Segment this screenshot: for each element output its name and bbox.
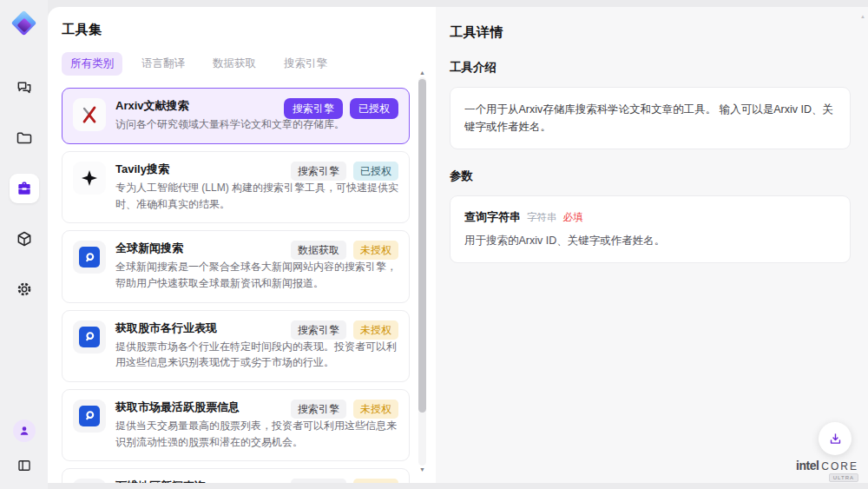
- sidebar: [0, 0, 48, 489]
- param-name: 查询字符串: [464, 209, 521, 225]
- scroll-up-icon[interactable]: ▲: [419, 69, 425, 77]
- collapse-panel-icon[interactable]: [11, 453, 37, 479]
- tool-category-badge: 搜索引擎: [291, 479, 346, 483]
- param-card: 查询字符串 字符串 必填 用于搜索的Arxiv ID、关键字或作者姓名。: [450, 195, 851, 263]
- main-panel: 工具集 所有类别语言翻译数据获取搜索引擎 Arxiv文献搜索 访问各个研究领域大…: [48, 7, 868, 483]
- brand-ultra-badge: ultra: [829, 473, 858, 482]
- list-scrollbar[interactable]: ▲ ▼: [417, 69, 428, 474]
- param-required-flag: 必填: [563, 211, 583, 224]
- tool-auth-badge: 未授权: [353, 241, 398, 260]
- tool-auth-badge: 未授权: [353, 320, 398, 340]
- app-window: 工具集 所有类别语言翻译数据获取搜索引擎 Arxiv文献搜索 访问各个研究领域大…: [0, 0, 868, 489]
- tool-card[interactable]: 万维地区新闻查询 查询具体行政区划内的新闻，快速了解各地新闻动 搜索引擎 未授权: [62, 468, 410, 483]
- tab-3[interactable]: 搜索引擎: [275, 52, 336, 76]
- tool-category-badge: 搜索引擎: [284, 98, 343, 119]
- tool-auth-badge: 未授权: [353, 400, 398, 419]
- tab-0[interactable]: 所有类别: [62, 52, 122, 76]
- user-avatar-icon[interactable]: [13, 420, 36, 442]
- gear-icon[interactable]: [10, 274, 39, 304]
- news-search-icon: [79, 406, 100, 426]
- tool-category-badge: 数据获取: [291, 241, 346, 260]
- tool-list: Arxiv文献搜索 访问各个研究领域大量科学论文和文章的存储库。 搜索引擎 已授…: [62, 88, 410, 483]
- download-icon: [828, 432, 843, 446]
- tool-category-badge: 搜索引擎: [291, 320, 346, 340]
- tool-category-badge: 搜索引擎: [291, 162, 346, 181]
- tab-1[interactable]: 语言翻译: [133, 52, 194, 76]
- news-search-icon: [79, 327, 100, 347]
- tool-auth-badge: 未授权: [353, 479, 398, 483]
- sidebar-bottom: [11, 420, 37, 479]
- tool-card[interactable]: 全球新闻搜索 全球新闻搜索是一个聚合全球各大新闻网站内容的搜索引擎，帮助用户快速…: [62, 230, 410, 302]
- brand-intel: intel: [796, 459, 819, 472]
- tool-detail-panel: 工具详情 工具介绍 一个用于从Arxiv存储库搜索科学论文和文章的工具。 输入可…: [436, 7, 868, 483]
- intro-heading: 工具介绍: [450, 60, 851, 76]
- brand-core: core: [821, 460, 858, 472]
- tool-card[interactable]: 获取市场最活跃股票信息 提供当天交易量最高的股票列表，投资者可以利用这些信息来识…: [62, 389, 410, 461]
- intro-text: 一个用于从Arxiv存储库搜索科学论文和文章的工具。 输入可以是Arxiv ID…: [464, 101, 836, 135]
- arxiv-icon: [78, 103, 101, 126]
- tool-description: 专为人工智能代理 (LLM) 构建的搜索引擎工具，可快速提供实时、准确和真实的结…: [115, 180, 398, 212]
- scroll-down-icon[interactable]: ▼: [419, 466, 425, 474]
- tavily-icon: [79, 168, 100, 188]
- tool-card[interactable]: 获取股市各行业表现 提供股票市场各个行业在特定时间段内的表现。投资者可以利用这些…: [62, 310, 410, 382]
- tab-2[interactable]: 数据获取: [204, 52, 265, 76]
- chat-icon[interactable]: [10, 73, 39, 102]
- param-description: 用于搜索的Arxiv ID、关键字或作者姓名。: [464, 233, 836, 249]
- tool-auth-badge: 已授权: [350, 98, 398, 119]
- sidebar-nav: [10, 73, 39, 304]
- param-type: 字符串: [527, 211, 557, 224]
- params-heading: 参数: [450, 169, 851, 184]
- tool-auth-badge: 已授权: [353, 162, 398, 181]
- tool-list-panel: 工具集 所有类别语言翻译数据获取搜索引擎 Arxiv文献搜索 访问各个研究领域大…: [48, 7, 436, 483]
- tool-description: 提供股票市场各个行业在特定时间段内的表现。投资者可以利用这些信息来识别表现优于或…: [115, 339, 398, 371]
- category-tabs: 所有类别语言翻译数据获取搜索引擎: [62, 52, 410, 76]
- param-header: 查询字符串 字符串 必填: [464, 209, 836, 225]
- cube-icon[interactable]: [10, 224, 39, 254]
- download-button[interactable]: [819, 422, 852, 455]
- intel-core-logo: intel core ultra: [796, 459, 858, 482]
- tool-category-badge: 搜索引擎: [291, 400, 346, 419]
- detail-scroll-hint-icon: ▲: [860, 14, 865, 19]
- intro-card: 一个用于从Arxiv存储库搜索科学论文和文章的工具。 输入可以是Arxiv ID…: [450, 87, 851, 149]
- detail-title: 工具详情: [450, 24, 851, 41]
- scrollbar-track[interactable]: [418, 77, 426, 466]
- page-title: 工具集: [62, 22, 410, 38]
- news-search-icon: [79, 247, 100, 268]
- tool-description: 全球新闻搜索是一个聚合全球各大新闻网站内容的搜索引擎，帮助用户快速获取全球最新资…: [115, 259, 398, 291]
- folder-icon[interactable]: [10, 123, 39, 153]
- tool-description: 提供当天交易量最高的股票列表，投资者可以利用这些信息来识别流动性强的股票和潜在的…: [115, 418, 398, 450]
- tool-card[interactable]: Arxiv文献搜索 访问各个研究领域大量科学论文和文章的存储库。 搜索引擎 已授…: [62, 88, 410, 144]
- app-logo: [11, 12, 37, 38]
- tool-card[interactable]: Tavily搜索 专为人工智能代理 (LLM) 构建的搜索引擎工具，可快速提供实…: [62, 151, 410, 223]
- toolbox-icon[interactable]: [10, 174, 39, 203]
- scrollbar-thumb[interactable]: [418, 79, 426, 413]
